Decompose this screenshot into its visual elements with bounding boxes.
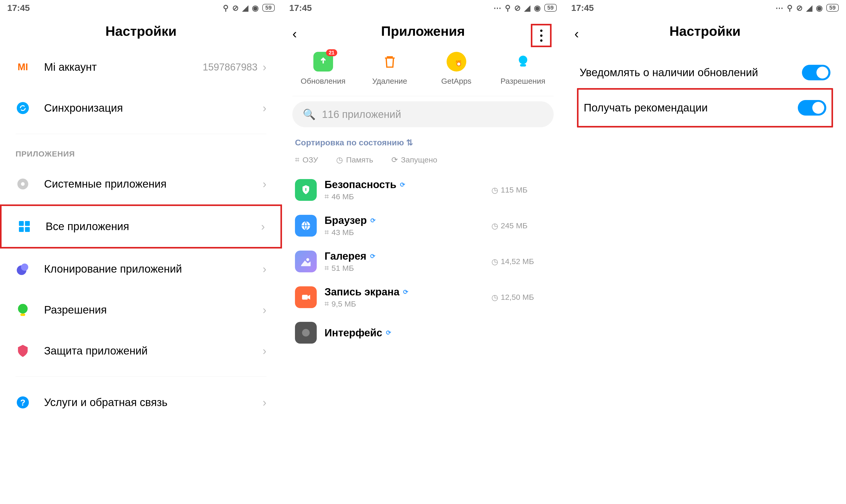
svg-rect-3 xyxy=(19,221,24,226)
notify-updates-toggle[interactable] xyxy=(802,65,830,80)
page-title: Настройки xyxy=(106,23,177,39)
app-ram: 9,5 МБ xyxy=(331,300,356,308)
app-name: Галерея xyxy=(324,250,366,262)
getapps-icon: APPS xyxy=(447,52,466,72)
loading-icon: ⟳ xyxy=(370,253,375,260)
loading-icon: ⟳ xyxy=(386,329,391,336)
app-protection-label: Защита приложений xyxy=(44,345,263,357)
status-icons: ⋯⚲⊘◢◉ 59 xyxy=(493,3,557,13)
permissions-action[interactable]: Разрешения xyxy=(497,52,549,86)
apps-panel: 17:45 ⋯⚲⊘◢◉ 59 ‹ Приложения 21 Обновлени… xyxy=(282,0,564,504)
app-icon xyxy=(295,251,317,272)
status-bar: 17:45 ⚲ ⊘ ◢ ◉ 59 xyxy=(0,0,282,16)
status-time: 17:45 xyxy=(289,3,312,13)
chip-icon: ⌗ xyxy=(324,299,329,308)
signal-icon: ◢ xyxy=(242,3,248,13)
mi-account-row[interactable]: MI Mi аккаунт 1597867983 › xyxy=(16,47,267,88)
app-item-gallery[interactable]: Галерея⟳ ⌗51 МБ ◷14,52 МБ xyxy=(292,244,554,279)
sort-selector[interactable]: Сортировка по состоянию ⇅ xyxy=(295,138,413,147)
notify-updates-label: Уведомлять о наличии обновлений xyxy=(579,66,802,80)
app-storage: 12,50 МБ xyxy=(501,293,534,302)
svg-rect-6 xyxy=(25,227,30,232)
chip-icon: ⌗ xyxy=(295,155,299,164)
header: ‹ Настройки xyxy=(564,16,846,47)
app-item-recorder[interactable]: Запись экрана⟳ ⌗9,5 МБ ◷12,50 МБ xyxy=(292,279,554,315)
svg-point-15 xyxy=(519,56,527,64)
svg-point-2 xyxy=(21,182,25,186)
help-icon: ? xyxy=(16,395,30,410)
sync-row[interactable]: Синхронизация › xyxy=(16,88,267,128)
recommendations-label: Получать рекомендации xyxy=(584,101,798,115)
svg-point-8 xyxy=(21,264,28,271)
clock-icon: ◷ xyxy=(336,155,343,164)
svg-point-18 xyxy=(306,258,309,261)
updates-action[interactable]: 21 Обновления xyxy=(297,52,349,86)
trash-icon xyxy=(380,52,400,72)
all-apps-label: Все приложения xyxy=(46,220,261,233)
app-icon xyxy=(295,215,317,237)
sync-label: Синхронизация xyxy=(44,102,263,114)
app-protection-row[interactable]: Защита приложений › xyxy=(16,330,267,371)
chevron-right-icon: › xyxy=(263,303,267,317)
chevron-right-icon: › xyxy=(263,178,267,191)
loading-icon: ⟳ xyxy=(403,288,408,296)
clock-icon: ◷ xyxy=(491,257,498,266)
chevron-right-icon: › xyxy=(263,102,267,114)
recommendations-toggle[interactable] xyxy=(798,100,826,115)
chip-icon: ⌗ xyxy=(324,192,329,201)
loading-icon: ⟳ xyxy=(371,217,376,224)
status-time: 17:45 xyxy=(571,3,594,13)
search-input[interactable]: 🔍 116 приложений xyxy=(292,101,554,127)
stat-row: ⌗ОЗУ ◷Память ⟳Запущено xyxy=(282,150,564,172)
app-item-security[interactable]: Безопасность⟳ ⌗46 МБ ◷115 МБ xyxy=(292,172,554,208)
app-icon xyxy=(295,286,317,308)
page-title: Приложения xyxy=(381,23,465,39)
delete-label: Удаление xyxy=(372,77,407,86)
svg-rect-5 xyxy=(19,227,24,232)
settings-panel: 17:45 ⚲ ⊘ ◢ ◉ 59 Настройки MI Mi аккаунт… xyxy=(0,0,282,504)
recommendations-row[interactable]: Получать рекомендации xyxy=(581,92,829,123)
clone-icon xyxy=(16,262,30,276)
chevron-right-icon: › xyxy=(263,396,267,409)
clone-apps-row[interactable]: Клонирование приложений › xyxy=(16,249,267,289)
feedback-label: Услуги и обратная связь xyxy=(44,396,263,409)
status-icons: ⚲ ⊘ ◢ ◉ 59 xyxy=(223,3,275,13)
clone-apps-label: Клонирование приложений xyxy=(44,263,263,275)
dnd-icon: ⊘ xyxy=(232,3,239,13)
app-item-interface[interactable]: Интерфейс⟳ xyxy=(292,315,554,350)
feedback-row[interactable]: ? Услуги и обратная связь › xyxy=(16,382,267,423)
spinner-icon: ⟳ xyxy=(391,155,398,164)
system-apps-row[interactable]: Системные приложения › xyxy=(16,163,267,204)
more-menu-button[interactable] xyxy=(531,24,552,47)
chevron-right-icon: › xyxy=(263,263,267,275)
getapps-action[interactable]: APPS GetApps xyxy=(431,52,482,86)
delete-action[interactable]: Удаление xyxy=(364,52,416,86)
all-apps-row[interactable]: Все приложения › xyxy=(17,206,265,247)
app-item-browser[interactable]: Браузер⟳ ⌗43 МБ ◷245 МБ xyxy=(292,208,554,244)
svg-rect-16 xyxy=(520,64,526,66)
status-icons: ⋯⚲⊘◢◉ 59 xyxy=(775,3,839,13)
wifi-icon: ◉ xyxy=(252,3,259,13)
notify-updates-row[interactable]: Уведомлять о наличии обновлений xyxy=(577,57,833,88)
svg-point-9 xyxy=(18,304,28,313)
svg-text:APPS: APPS xyxy=(456,60,461,63)
chip-icon: ⌗ xyxy=(324,264,329,273)
back-button[interactable]: ‹ xyxy=(574,26,579,41)
apps-section-header: ПРИЛОЖЕНИЯ xyxy=(0,139,282,163)
app-name: Безопасность xyxy=(324,179,396,191)
permissions-row[interactable]: Разрешения › xyxy=(16,289,267,330)
back-button[interactable]: ‹ xyxy=(292,26,297,41)
battery-icon: 59 xyxy=(544,4,557,12)
svg-rect-4 xyxy=(25,221,30,226)
app-name: Запись экрана xyxy=(324,286,399,298)
permissions-action-label: Разрешения xyxy=(501,77,545,86)
app-storage: 245 МБ xyxy=(501,221,527,230)
chevron-right-icon: › xyxy=(263,61,267,74)
clock-icon: ◷ xyxy=(491,185,498,195)
updates-label: Обновления xyxy=(301,77,345,86)
system-apps-label: Системные приложения xyxy=(44,178,263,190)
status-bar: 17:45 ⋯⚲⊘◢◉ 59 xyxy=(564,0,846,16)
page-title: Настройки xyxy=(669,23,740,39)
clock-icon: ◷ xyxy=(491,293,498,302)
running-stat: ⟳Запущено xyxy=(391,155,437,164)
